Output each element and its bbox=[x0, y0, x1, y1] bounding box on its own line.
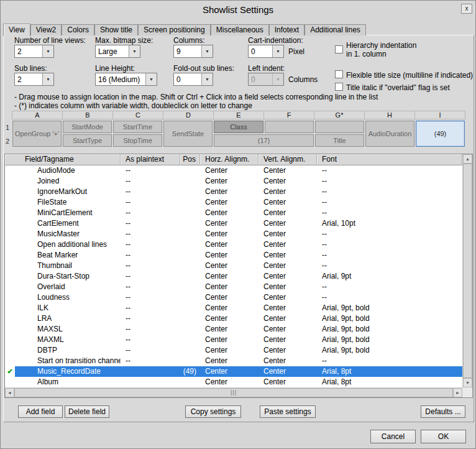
field-row-album[interactable]: AlbumCenterCenterArial, 8pt bbox=[5, 377, 462, 387]
vertical-scrollbar-thumb[interactable] bbox=[463, 164, 472, 378]
column-header-font[interactable]: Font bbox=[317, 154, 462, 165]
map-column-letter-i[interactable]: I bbox=[415, 111, 465, 119]
map-column-letter-d[interactable]: D bbox=[163, 111, 214, 119]
map-column-letter-h[interactable]: H bbox=[365, 111, 415, 119]
chevron-down-icon[interactable]: ▼ bbox=[42, 73, 53, 85]
field-row-minicartelement[interactable]: MiniCartElement--CenterCenter-- bbox=[5, 208, 462, 218]
map-column-letter-f[interactable]: F bbox=[264, 111, 314, 119]
scroll-right-icon[interactable]: ► bbox=[453, 388, 462, 397]
field-row-overlaid[interactable]: Overlaid--CenterCenter-- bbox=[5, 282, 462, 292]
map-field-startmode[interactable]: StartMode bbox=[63, 121, 112, 133]
map-field-blank[interactable] bbox=[265, 121, 314, 133]
hierarchy-indentation-checkbox[interactable] bbox=[335, 45, 343, 53]
fold-out-sub-lines-select[interactable]: 0 ▼ bbox=[173, 73, 213, 86]
tab-additional-lines[interactable]: Additional lines bbox=[304, 24, 366, 35]
map-field-starttime[interactable]: StartTime bbox=[113, 121, 162, 133]
max-bitmap-size-select[interactable]: Large ▼ bbox=[95, 45, 140, 58]
map-column-letter-e[interactable]: E bbox=[214, 111, 264, 119]
title-italic-checkbox[interactable] bbox=[335, 83, 343, 91]
map-field-17[interactable]: (17) bbox=[214, 134, 314, 147]
ok-button[interactable]: OK bbox=[421, 430, 466, 443]
cell-plaintext: -- bbox=[121, 208, 180, 218]
map-field-sendstate[interactable]: SendState bbox=[163, 121, 213, 147]
defaults-button[interactable]: Defaults ... bbox=[421, 405, 465, 418]
chevron-down-icon[interactable]: ▼ bbox=[129, 45, 140, 57]
map-column-letter-b[interactable]: B bbox=[63, 111, 113, 119]
cart-indentation-select[interactable]: 0 ▼ bbox=[248, 45, 284, 58]
tab-screen-positioning[interactable]: Screen positioning bbox=[138, 24, 211, 35]
cell-font: Arial, 8pt bbox=[317, 377, 462, 387]
map-field-blank[interactable] bbox=[315, 121, 364, 133]
map-field-audioduration[interactable]: AudioDuration bbox=[365, 121, 414, 147]
tab-view[interactable]: View bbox=[3, 24, 30, 36]
cell-pos bbox=[180, 229, 200, 239]
field-row-maxml[interactable]: MAXML--CenterCenterArial, 9pt, bold bbox=[5, 335, 462, 345]
number-of-line-views-select[interactable]: 2 ▼ bbox=[14, 45, 54, 58]
scroll-up-icon[interactable]: ▲ bbox=[463, 154, 472, 164]
map-field-opengroup[interactable]: OpenGroup '+' bbox=[12, 121, 62, 147]
field-row-audiomode[interactable]: AudioMode--CenterCenter-- bbox=[5, 165, 462, 176]
field-row-filestate[interactable]: FileState--CenterCenter-- bbox=[5, 197, 462, 208]
field-row-lra[interactable]: LRA--CenterCenterArial, 9pt, bold bbox=[5, 313, 462, 324]
field-row-loudness[interactable]: Loudness--CenterCenter-- bbox=[5, 292, 462, 303]
field-row-beat-marker[interactable]: Beat Marker--CenterCenter-- bbox=[5, 250, 462, 261]
tab-infotext[interactable]: Infotext bbox=[269, 24, 304, 35]
tab-view2[interactable]: View2 bbox=[30, 24, 62, 35]
chevron-down-icon[interactable]: ▼ bbox=[42, 45, 53, 57]
map-column-letter-a[interactable]: A bbox=[12, 111, 63, 119]
scroll-left-icon[interactable]: ◄ bbox=[5, 388, 14, 397]
chevron-down-icon[interactable]: ▼ bbox=[272, 45, 283, 57]
map-field-title[interactable]: Title bbox=[315, 134, 364, 147]
column-header-pos[interactable]: Pos bbox=[180, 154, 200, 165]
cell-pos bbox=[180, 377, 200, 387]
tab-show-title[interactable]: Show title bbox=[94, 24, 138, 35]
line-height-select[interactable]: 16 (Medium) ▼ bbox=[95, 73, 157, 86]
cell-pos bbox=[180, 165, 200, 176]
map-field-stoptime[interactable]: StopTime bbox=[113, 134, 162, 147]
column-header-as-plaintext[interactable]: As plaintext bbox=[121, 154, 180, 165]
tab-miscellaneous[interactable]: Miscellaneous bbox=[211, 24, 269, 35]
scroll-down-icon[interactable]: ▼ bbox=[463, 378, 472, 387]
tab-colors[interactable]: Colors bbox=[62, 24, 94, 35]
cancel-button[interactable]: Cancel bbox=[370, 430, 416, 443]
delete-field-button[interactable]: Delete field bbox=[65, 405, 109, 418]
field-row-ignoremarkout[interactable]: IgnoreMarkOut--CenterCenter-- bbox=[5, 187, 462, 197]
map-field-49[interactable]: (49) bbox=[416, 121, 465, 147]
field-row-open-additional-lines[interactable]: Open additional lines--CenterCenter-- bbox=[5, 239, 462, 250]
copy-settings-button[interactable]: Copy settings bbox=[185, 405, 241, 418]
columns-select[interactable]: 9 ▼ bbox=[173, 45, 213, 58]
cell-vert-align: Center bbox=[259, 335, 317, 345]
field-row-thumbnail[interactable]: Thumbnail--CenterCenter-- bbox=[5, 261, 462, 271]
sub-lines-select[interactable]: 2 ▼ bbox=[14, 73, 54, 86]
column-header-horz-alignm[interactable]: Horz. Alignm. bbox=[200, 154, 259, 165]
chevron-down-icon[interactable]: ▼ bbox=[145, 73, 157, 85]
horizontal-scrollbar[interactable]: ◄ ||| ► bbox=[5, 387, 462, 397]
cell-horz-align: Center bbox=[200, 197, 259, 208]
flexible-title-checkbox[interactable] bbox=[335, 70, 343, 78]
field-map[interactable]: OpenGroup '+'StartModeStartTypeStartTime… bbox=[12, 120, 465, 149]
field-row-music-recorddate[interactable]: ✔Music_RecordDate(49)CenterCenterArial, … bbox=[5, 366, 462, 377]
field-row-maxsl[interactable]: MAXSL--CenterCenterArial, 9pt, bold bbox=[5, 324, 462, 335]
cell-name: Overlaid bbox=[15, 282, 121, 292]
column-header-vert-alignm[interactable]: Vert. Alignm. bbox=[259, 154, 317, 165]
add-field-button[interactable]: Add field bbox=[18, 405, 63, 418]
column-header-field-tagname[interactable]: Field/Tagname bbox=[5, 154, 121, 165]
cell-name: CartElement bbox=[15, 218, 121, 229]
vertical-scrollbar[interactable]: ▲ ▼ bbox=[462, 154, 472, 387]
horizontal-scrollbar-thumb[interactable]: ||| bbox=[14, 388, 453, 397]
paste-settings-button[interactable]: Paste settings bbox=[260, 405, 316, 418]
field-row-joined[interactable]: Joined--CenterCenter-- bbox=[5, 176, 462, 187]
field-row-start-on-transition-channel[interactable]: Start on transition channel--CenterCente… bbox=[5, 356, 462, 366]
chevron-down-icon[interactable]: ▼ bbox=[201, 45, 213, 57]
field-row-ilk[interactable]: ILK--CenterCenterArial, 9pt, bold bbox=[5, 303, 462, 313]
map-field-starttype[interactable]: StartType bbox=[63, 134, 112, 147]
field-row-cartelement[interactable]: CartElement--CenterCenterArial, 10pt bbox=[5, 218, 462, 229]
field-row-dura-start-stop[interactable]: Dura-Start-Stop--CenterCenterArial, 9pt bbox=[5, 271, 462, 282]
map-column-letter-c[interactable]: C bbox=[113, 111, 163, 119]
map-column-letter-g[interactable]: G* bbox=[314, 111, 365, 119]
field-row-musicmaster[interactable]: MusicMaster--CenterCenter-- bbox=[5, 229, 462, 239]
close-icon[interactable]: x bbox=[461, 4, 472, 14]
chevron-down-icon[interactable]: ▼ bbox=[201, 73, 213, 85]
field-row-dbtp[interactable]: DBTP--CenterCenterArial, 9pt, bold bbox=[5, 345, 462, 356]
map-field-class[interactable]: Class bbox=[214, 121, 263, 133]
